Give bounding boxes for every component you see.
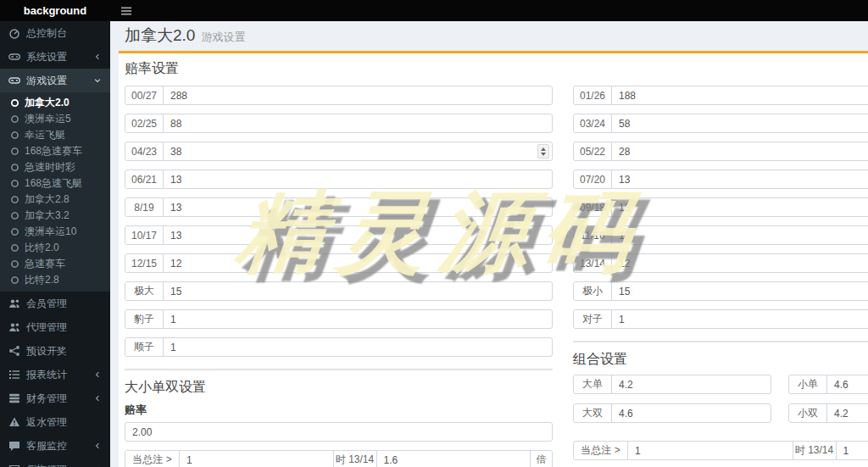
odds-row: 12/15 — [125, 253, 553, 273]
bet-threshold-input[interactable] — [180, 451, 333, 467]
sidebar-game-canada32[interactable]: 加拿大3.2 — [0, 208, 110, 224]
sidebar-game-bite28[interactable]: 比特2.8 — [0, 272, 110, 288]
sidebar-item-agents[interactable]: 代理管理 — [0, 315, 110, 339]
sidebar-game-jisusaiche[interactable]: 急速赛车 — [0, 256, 110, 272]
combo-label: 大单 — [574, 375, 612, 393]
odds-label: 对子 — [574, 310, 612, 328]
odds-label: 豹子 — [125, 310, 164, 328]
sidebar-game-bite20[interactable]: 比特2.0 — [0, 240, 110, 256]
odds-row: 02/25 — [125, 114, 553, 133]
gamepad-icon — [8, 75, 20, 86]
odds-label: 极大 — [125, 282, 164, 300]
sidebar-item-members[interactable]: 会员管理 — [0, 292, 110, 315]
sidebar-game-168feiting[interactable]: 168急速飞艇 — [0, 175, 110, 192]
odds-input[interactable] — [612, 170, 868, 188]
combo-label: 小双 — [789, 404, 827, 422]
game-label: 幸运飞艇 — [25, 128, 65, 142]
circle-icon — [10, 179, 19, 188]
sidebar-item-fake-drag[interactable]: 假拖管理 — [0, 458, 110, 467]
odds-row: 极小 — [573, 281, 868, 301]
odds-input[interactable] — [164, 114, 552, 132]
circle-icon — [10, 147, 19, 156]
circle-icon — [10, 227, 19, 236]
sidebar-item-dashboard[interactable]: 总控制台 — [0, 21, 110, 45]
sidebar-game-canada28[interactable]: 加拿大2.8 — [0, 192, 110, 208]
odds-input[interactable] — [612, 254, 868, 272]
odds-input[interactable] — [164, 142, 552, 160]
combo-input[interactable] — [827, 375, 868, 393]
odds-input[interactable] — [164, 226, 552, 244]
odds-left-column: 赔率设置 00/27 02/25 04/23 06/21 — [125, 58, 553, 467]
combo-input[interactable] — [612, 404, 771, 422]
sidebar-item-finance[interactable]: 财务管理 — [0, 386, 110, 410]
comment-icon — [8, 440, 20, 452]
odds-row: 豹子 — [125, 309, 553, 329]
game-label: 比特2.8 — [25, 273, 59, 287]
odds-input[interactable] — [612, 310, 868, 328]
layers-icon — [8, 392, 20, 404]
spacer-heading — [573, 60, 868, 77]
page-subtitle: 游戏设置 — [201, 31, 245, 43]
odds-input[interactable] — [612, 86, 868, 104]
rate-row — [125, 422, 553, 442]
odds-row: 01/26 — [573, 86, 868, 105]
odds-label: 极小 — [574, 282, 612, 300]
odds-label: 8/19 — [125, 198, 164, 216]
bet-multiplier-input[interactable] — [837, 442, 868, 459]
odds-input[interactable] — [164, 254, 552, 272]
odds-label: 11/16 — [574, 226, 612, 244]
combo-label: 大双 — [574, 404, 612, 422]
odds-row: 03/24 — [573, 114, 868, 133]
menu-icon[interactable] — [121, 6, 132, 16]
sidebar-item-label: 会员管理 — [26, 297, 67, 311]
sidebar-game-canada20[interactable]: 加拿大2.0 — [0, 95, 110, 111]
sidebar-item-label: 代理管理 — [26, 320, 67, 335]
odds-input[interactable] — [164, 338, 552, 356]
sidebar-item-system-settings[interactable]: 系统设置 — [0, 45, 110, 69]
odds-label: 02/25 — [125, 114, 164, 132]
odds-right-column: 01/26 03/24 05/22 07/20 09/18 — [573, 58, 868, 467]
bet-threshold-input[interactable] — [628, 442, 793, 459]
combo-input[interactable] — [612, 375, 771, 393]
bet-threshold-label: 当总注 > — [574, 442, 628, 459]
odds-label: 09/18 — [574, 198, 612, 216]
top-navbar — [110, 0, 868, 21]
odds-input[interactable] — [612, 114, 868, 132]
odds-input[interactable] — [612, 142, 868, 160]
odds-input[interactable] — [612, 226, 868, 244]
odds-label: 06/21 — [125, 170, 164, 188]
sidebar-game-jisushishicai[interactable]: 急速时时彩 — [0, 159, 110, 175]
odds-input[interactable] — [164, 86, 552, 104]
odds-input[interactable] — [612, 282, 868, 300]
sidebar-item-service-monitor[interactable]: 客服监控 — [0, 434, 110, 458]
chevron-left-icon — [93, 53, 102, 61]
bet-multiplier-input[interactable] — [377, 451, 531, 467]
sidebar-item-preset-draw[interactable]: 预设开奖 — [0, 339, 110, 363]
odds-input[interactable] — [164, 170, 552, 188]
chevron-left-icon — [93, 442, 102, 450]
bet-threshold-row: 当总注 > 时 13/14 — [573, 441, 868, 460]
odds-row: 极大 — [125, 281, 553, 301]
odds-input[interactable] — [612, 198, 868, 216]
share-icon — [8, 345, 20, 357]
odds-label: 13/14 — [574, 254, 612, 272]
chevron-left-icon — [93, 370, 102, 379]
number-spinner[interactable] — [537, 144, 549, 158]
sidebar-game-aozhou10[interactable]: 澳洲幸运10 — [0, 224, 110, 240]
chevron-down-icon — [93, 76, 102, 85]
sidebar-item-game-settings[interactable]: 游戏设置 — [0, 69, 110, 92]
sidebar-game-aozhou5[interactable]: 澳洲幸运5 — [0, 111, 110, 127]
combo-input[interactable] — [827, 404, 868, 422]
odds-input[interactable] — [164, 198, 552, 216]
game-label: 比特2.0 — [25, 241, 59, 255]
rate-input[interactable] — [125, 423, 552, 441]
odds-input[interactable] — [164, 282, 552, 300]
sidebar-game-xingyunfeiting[interactable]: 幸运飞艇 — [0, 127, 110, 143]
odds-label: 07/20 — [574, 170, 612, 188]
sidebar-item-rebate[interactable]: 返水管理 — [0, 410, 110, 434]
odds-input[interactable] — [164, 310, 552, 328]
sidebar-game-168saiche[interactable]: 168急速赛车 — [0, 143, 110, 159]
odds-label: 03/24 — [574, 114, 612, 132]
sidebar-item-reports[interactable]: 报表统计 — [0, 363, 110, 386]
game-label: 168急速赛车 — [25, 144, 82, 158]
